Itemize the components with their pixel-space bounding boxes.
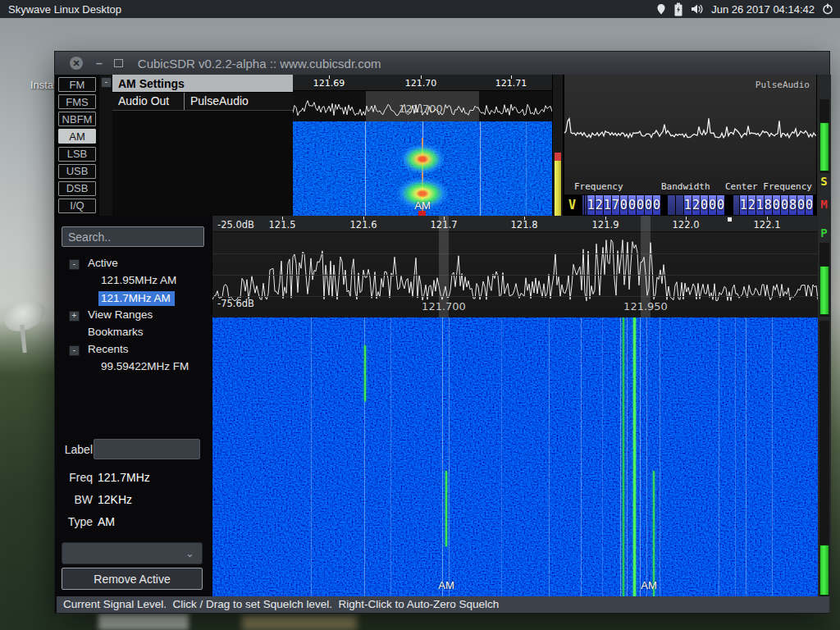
bandwidth-digits[interactable]: 12000: [668, 195, 725, 215]
digit-cell[interactable]: 0: [797, 195, 805, 215]
modem-button-dsb[interactable]: DSB: [58, 181, 96, 196]
digit-cell[interactable]: [733, 195, 739, 215]
volume-icon[interactable]: [691, 3, 704, 15]
digit-cell[interactable]: 0: [806, 195, 813, 215]
collapse-minus-icon[interactable]: -: [69, 259, 80, 270]
freq-value: 121.7MHz: [98, 471, 150, 484]
tree-item-label[interactable]: Bookmarks: [88, 326, 144, 338]
digit-cell[interactable]: [676, 195, 683, 215]
digit-cell[interactable]: 0: [628, 195, 636, 215]
tree-item-active[interactable]: - Active: [55, 256, 212, 273]
audio-out-value[interactable]: PulseAudio: [185, 93, 293, 110]
digit-cell[interactable]: 0: [701, 195, 708, 215]
tree-item-label[interactable]: 121.95MHz AM: [101, 274, 176, 286]
label-input[interactable]: [94, 439, 200, 459]
main-spectrum-section[interactable]: 121.5 121.6 121.7 121.8 121.9 122.0 122.…: [212, 216, 818, 317]
waterfall-streak: [653, 471, 655, 596]
tree-item-label[interactable]: Active: [88, 257, 118, 269]
tree-item-label[interactable]: Recents: [88, 343, 129, 355]
waterfall-streak: [449, 317, 450, 596]
system-clock[interactable]: Jun 26 2017 04:14:42: [711, 3, 815, 16]
bookmark-sidebar: - Active 121.95MHz AM 121.7MHz AM + View…: [55, 216, 212, 596]
digit-cell[interactable]: [585, 195, 587, 215]
digit-cell[interactable]: 2: [692, 195, 700, 215]
waterfall-speed-thumb[interactable]: [819, 545, 829, 596]
close-icon[interactable]: ✕: [70, 57, 83, 70]
waterfall-demod-label[interactable]: AM: [641, 579, 657, 591]
digit-cell[interactable]: 2: [596, 195, 603, 215]
digit-cell[interactable]: 1: [756, 195, 764, 215]
gain-bar-top[interactable]: [819, 122, 829, 171]
zoom-scale-label: 121.69: [313, 78, 345, 89]
digit-cell[interactable]: 2: [748, 195, 756, 215]
collapse-minus-icon[interactable]: -: [69, 345, 80, 356]
waterfall-streak: [719, 317, 719, 596]
digit-cell[interactable]: 0: [717, 195, 724, 215]
center-frequency-digits[interactable]: 121800800: [733, 195, 814, 215]
audio-out-row[interactable]: Audio Out PulseAudio: [112, 93, 293, 111]
digit-cell[interactable]: 1: [604, 195, 611, 215]
modem-button-fm[interactable]: FM: [58, 77, 96, 92]
digit-cell[interactable]: 0: [645, 195, 652, 215]
collapse-minus-icon[interactable]: -: [101, 77, 112, 88]
freq-row: Freq 121.7MHz: [55, 471, 212, 486]
window-titlebar[interactable]: ✕ – CubicSDR v0.2.2-alpha :: www.cubicsd…: [55, 52, 829, 75]
digit-cell[interactable]: [582, 195, 584, 215]
tree-item-recents[interactable]: - Recents: [55, 342, 212, 359]
digit-cell[interactable]: 8: [765, 195, 772, 215]
modem-button-iq[interactable]: I/Q: [58, 199, 96, 213]
gain-bar-mid[interactable]: [819, 266, 829, 315]
mute-m-label[interactable]: M: [817, 198, 831, 211]
modem-button-nbfm[interactable]: NBFM: [58, 112, 96, 126]
power-icon[interactable]: [822, 3, 833, 15]
modem-button-usb[interactable]: USB: [58, 164, 96, 179]
digit-cell[interactable]: 0: [773, 195, 780, 215]
digit-cell[interactable]: 0: [620, 195, 628, 215]
tree-item-9959422-fm[interactable]: 99.59422MHz FM: [55, 359, 212, 377]
squelch-s-label[interactable]: S: [817, 175, 831, 188]
zoom-view[interactable]: 121.69 121.70 121.71 121.700: [293, 75, 552, 216]
main-waterfall[interactable]: AM AM: [212, 317, 818, 596]
audio-scope-panel[interactable]: PulseAudio Frequency Bandwidth Center Fr…: [564, 75, 816, 216]
modem-button-lsb[interactable]: LSB: [58, 147, 96, 162]
search-input[interactable]: [62, 226, 204, 247]
digit-cell[interactable]: 1: [684, 195, 692, 215]
tree-item-label[interactable]: 99.59422MHz FM: [101, 360, 189, 372]
battery-icon[interactable]: [673, 2, 683, 16]
tree-item-12195-am[interactable]: 121.95MHz AM: [55, 273, 212, 290]
zoom-demod-label[interactable]: AM: [414, 199, 431, 212]
expand-plus-icon[interactable]: +: [69, 311, 80, 322]
digit-cell[interactable]: 7: [612, 195, 619, 215]
tree-item-1217-am-selected[interactable]: 121.7MHz AM: [55, 290, 212, 308]
peak-p-label[interactable]: P: [817, 226, 831, 240]
tree-item-view-ranges[interactable]: + View Ranges: [55, 308, 212, 325]
remove-active-button[interactable]: Remove Active: [62, 568, 203, 590]
main-spectrum-plot[interactable]: [212, 232, 818, 317]
tree-item-label[interactable]: View Ranges: [88, 308, 153, 321]
bookmark-group-dropdown[interactable]: ⌄: [62, 542, 203, 564]
digit-cell[interactable]: 1: [740, 195, 747, 215]
digit-cell[interactable]: 0: [653, 195, 660, 215]
maximize-icon[interactable]: [114, 59, 123, 67]
digit-cell[interactable]: 0: [781, 195, 788, 215]
system-bar: Skywave Linux Desktop Jun 26 2017 04:14:…: [0, 0, 840, 18]
desktop-icon-label[interactable]: Insta: [30, 79, 54, 91]
frequency-digits[interactable]: 121700000: [582, 195, 661, 215]
wallpaper-trees: [0, 320, 57, 630]
digit-cell[interactable]: 1: [587, 195, 595, 215]
modem-button-fms[interactable]: FMS: [58, 94, 96, 109]
tree-item-label[interactable]: 121.7MHz AM: [98, 291, 175, 306]
tree-item-bookmarks[interactable]: Bookmarks: [55, 325, 212, 342]
waterfall-streak: [627, 317, 628, 596]
location-pin-icon[interactable]: [656, 3, 666, 16]
digit-cell[interactable]: [668, 195, 675, 215]
modem-button-am[interactable]: AM: [58, 129, 96, 144]
minimize-icon[interactable]: –: [96, 57, 103, 69]
zoom-waterfall[interactable]: AM: [293, 121, 552, 216]
digit-cell[interactable]: 0: [709, 195, 716, 215]
waterfall-demod-label[interactable]: AM: [438, 579, 454, 591]
volume-v-label[interactable]: V: [568, 198, 576, 212]
signal-level-meter[interactable]: [552, 75, 564, 216]
digit-cell[interactable]: 8: [789, 195, 797, 215]
digit-cell[interactable]: 0: [637, 195, 644, 215]
